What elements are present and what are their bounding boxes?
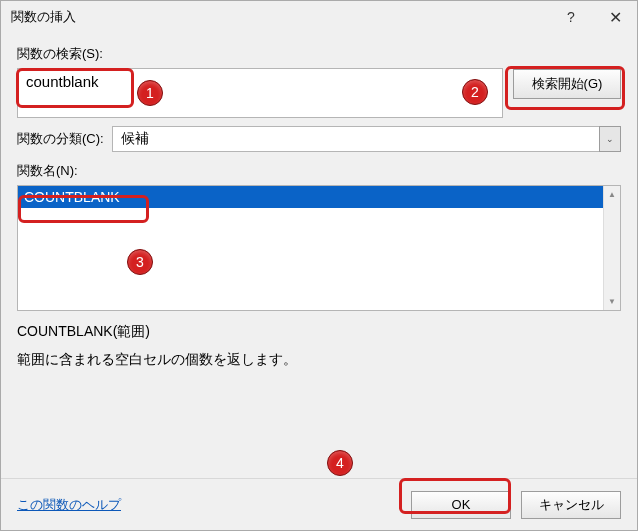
search-input[interactable] — [17, 68, 503, 118]
titlebar: 関数の挿入 ? ✕ — [1, 1, 637, 33]
close-icon[interactable]: ✕ — [593, 2, 637, 32]
category-selected-value: 候補 — [112, 126, 621, 152]
dialog-footer: この関数のヘルプ OK キャンセル — [1, 478, 637, 530]
cancel-button[interactable]: キャンセル — [521, 491, 621, 519]
search-row: 検索開始(G) — [17, 68, 621, 118]
function-list-label: 関数名(N): — [17, 162, 621, 180]
help-icon[interactable]: ? — [549, 2, 593, 32]
scroll-down-icon[interactable]: ▼ — [604, 293, 620, 310]
list-item[interactable]: COUNTBLANK — [18, 186, 603, 208]
category-select[interactable]: 候補 ⌄ — [112, 126, 621, 152]
search-label: 関数の検索(S): — [17, 45, 621, 63]
ok-button[interactable]: OK — [411, 491, 511, 519]
chevron-down-icon[interactable]: ⌄ — [599, 126, 621, 152]
listbox-inner: COUNTBLANK — [18, 186, 603, 310]
scrollbar[interactable]: ▲ ▼ — [603, 186, 620, 310]
help-link[interactable]: この関数のヘルプ — [17, 496, 401, 514]
search-area — [17, 68, 503, 118]
category-row: 関数の分類(C): 候補 ⌄ — [17, 126, 621, 152]
search-go-button[interactable]: 検索開始(G) — [513, 69, 621, 99]
category-label: 関数の分類(C): — [17, 130, 104, 148]
function-description: 範囲に含まれる空白セルの個数を返します。 — [17, 349, 621, 370]
function-listbox[interactable]: COUNTBLANK ▲ ▼ — [17, 185, 621, 311]
dialog-title: 関数の挿入 — [11, 8, 549, 26]
annotation-badge-4: 4 — [327, 450, 353, 476]
function-syntax: COUNTBLANK(範囲) — [17, 323, 621, 341]
insert-function-dialog: 関数の挿入 ? ✕ 関数の検索(S): 検索開始(G) 関数の分類(C): 候補… — [0, 0, 638, 531]
scroll-up-icon[interactable]: ▲ — [604, 186, 620, 203]
dialog-content: 関数の検索(S): 検索開始(G) 関数の分類(C): 候補 ⌄ 関数名(N):… — [1, 33, 637, 370]
